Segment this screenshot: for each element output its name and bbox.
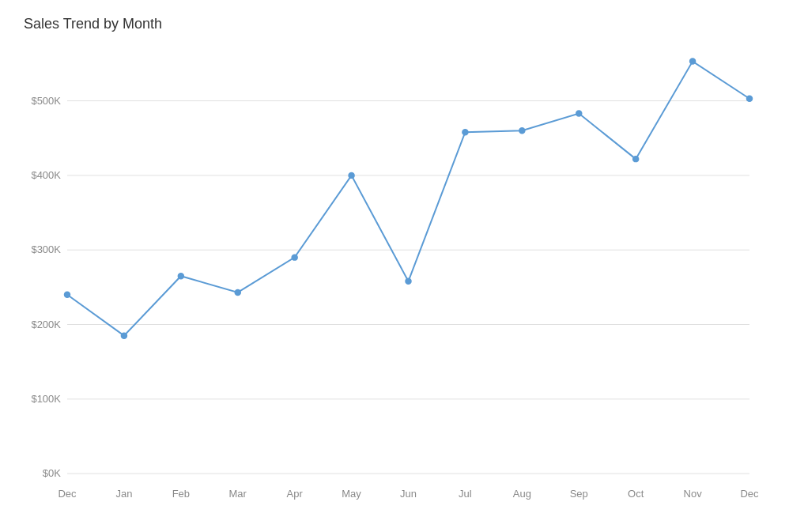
svg-text:Apr: Apr	[287, 488, 304, 500]
svg-text:Oct: Oct	[628, 488, 644, 500]
svg-text:Sep: Sep	[570, 488, 588, 500]
svg-point-27	[178, 274, 183, 279]
svg-text:Feb: Feb	[172, 488, 190, 500]
svg-point-34	[576, 111, 582, 116]
chart-container: Sales Trend by Month $0K$100K$200K$300K$…	[0, 0, 789, 532]
svg-text:Dec: Dec	[740, 488, 759, 500]
svg-text:Jul: Jul	[459, 488, 472, 500]
line-chart: $0K$100K$200K$300K$400K$500KDecJanFebMar…	[16, 48, 773, 513]
svg-point-31	[406, 278, 411, 284]
svg-text:Jun: Jun	[400, 488, 417, 500]
svg-text:May: May	[342, 488, 361, 500]
svg-text:Nov: Nov	[684, 488, 703, 500]
svg-text:Mar: Mar	[229, 488, 247, 500]
svg-point-26	[121, 333, 126, 338]
svg-text:$100K: $100K	[31, 393, 61, 405]
svg-point-28	[235, 289, 240, 295]
svg-point-37	[747, 96, 753, 101]
svg-point-32	[462, 130, 468, 135]
chart-title: Sales Trend by Month	[24, 16, 773, 32]
svg-point-29	[292, 255, 297, 260]
svg-text:$400K: $400K	[31, 169, 61, 181]
svg-point-25	[65, 292, 70, 297]
svg-point-33	[519, 128, 525, 134]
svg-text:Jan: Jan	[115, 488, 132, 500]
svg-text:$0K: $0K	[43, 467, 61, 479]
svg-point-30	[349, 172, 354, 178]
chart-area: $0K$100K$200K$300K$400K$500KDecJanFebMar…	[16, 48, 773, 513]
svg-text:Aug: Aug	[513, 488, 531, 500]
svg-text:Dec: Dec	[58, 488, 77, 500]
svg-point-36	[690, 58, 696, 64]
svg-text:$500K: $500K	[31, 95, 61, 107]
svg-text:$300K: $300K	[31, 243, 61, 255]
svg-point-35	[633, 157, 639, 162]
svg-text:$200K: $200K	[31, 319, 61, 330]
